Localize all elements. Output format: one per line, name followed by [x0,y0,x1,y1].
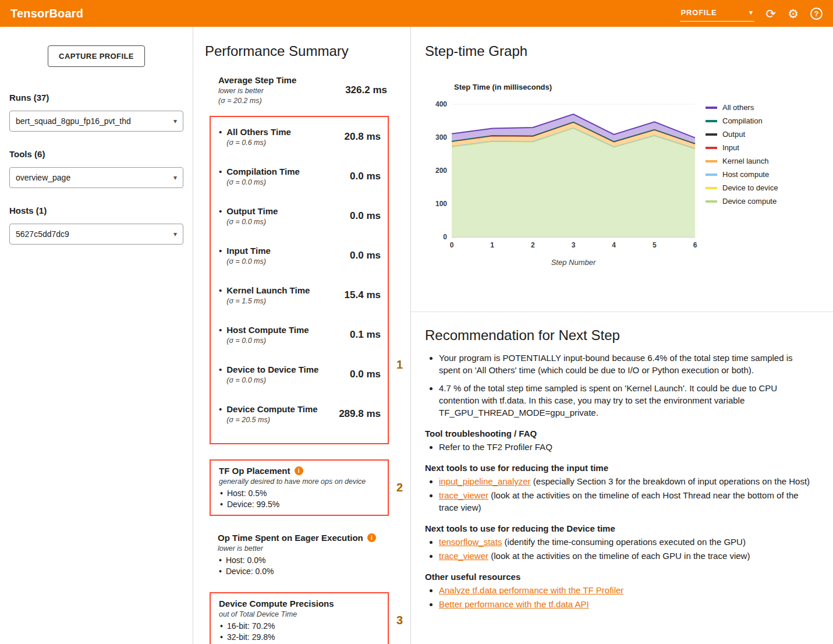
list-item-text: (especially Section 3 for the breakdown … [531,476,810,486]
metric-row: • Input Time (σ = 0.0 ms) 0.0 ms [219,245,381,266]
svg-text:5: 5 [653,241,657,249]
legend-label: All others [722,103,754,112]
bullet-icon: • [219,285,222,296]
legend-swatch-icon [706,174,717,176]
legend-label: Kernel launch [722,157,769,165]
other-resources-heading: Other useful resources [425,572,813,582]
sidebar: CAPTURE PROFILE Runs (37) bert_squad_8gp… [0,27,193,644]
legend-label: Device compute [722,197,777,206]
legend-swatch-icon [706,107,717,109]
metric-sigma: (σ = 0.0 ms) [226,336,350,345]
list-item-text: (identify the time-consuming operations … [502,537,746,547]
metric-title: Host Compute Time [226,324,350,335]
svg-text:1: 1 [490,241,494,249]
recommendation-bullet: 4.7 % of the total step time sampled is … [439,382,813,419]
metric-value: 0.0 ms [350,250,381,261]
main-content: Step-time Graph Step Time (in millisecon… [411,27,833,644]
hosts-select-value: 5627c5dd7dc9 [16,229,69,239]
legend-item: Device to device [706,183,778,192]
legend-swatch-icon [706,187,717,189]
svg-text:2: 2 [531,241,535,249]
metric-row: • Kernel Launch Time (σ = 1.5 ms) 15.4 m… [219,285,381,306]
svg-text:0: 0 [450,241,454,249]
gear-icon[interactable]: ⚙ [788,8,799,20]
metric-title: Input Time [226,245,350,256]
help-icon[interactable]: ? [810,8,823,20]
performance-summary-panel: Performance Summary Average Step Time lo… [193,27,411,644]
legend-item: Input [706,143,778,152]
legend-swatch-icon [706,133,717,136]
annotation-box-3: Device Compute Precisions out of Total D… [210,592,389,644]
list-item: Refer to the TF2 Profiler FAQ [439,441,813,453]
average-step-time-metric: Average Step Time lower is better (σ = 2… [218,75,387,105]
chevron-down-icon: ▾ [173,174,177,182]
bullet-icon: • [219,566,222,577]
tensorflow-stats-link[interactable]: tensorflow_stats [439,537,502,547]
dashboard-selector-dropdown[interactable]: PROFILE ▾ [680,5,754,22]
tools-select[interactable]: overview_page ▾ [9,167,183,188]
metric-sigma: (σ = 20.2 ms) [218,96,296,105]
trace-viewer-link[interactable]: trace_viewer [439,551,488,561]
step-time-graph-section: Step-time Graph Step Time (in millisecon… [411,27,833,312]
metric-value: 20.8 ms [345,131,381,143]
info-icon[interactable]: i [367,533,376,542]
tf-op-placement-title: TF Op Placement [219,465,290,476]
better-tfdata-performance-link[interactable]: Better performance with the tf.data API [439,599,589,609]
list-item: input_pipeline_analyzer (especially Sect… [439,475,813,487]
runs-select[interactable]: bert_squad_8gpu_fp16_pvt_thd ▾ [9,111,183,132]
list-item-text: (look at the activities on the timeline … [488,551,750,561]
bullet-icon: • [220,499,223,510]
info-icon[interactable]: i [295,466,303,475]
metric-row: • All Others Time (σ = 0.6 ms) 20.8 ms [219,126,381,147]
annotation-box-2: TF Op Placement i generally desired to h… [210,459,389,516]
legend-label: Host compute [722,170,769,179]
metric-value: 289.8 ms [339,408,381,420]
list-item: Better performance with the tf.data API [439,598,813,610]
annotation-number-3: 3 [396,614,403,627]
metric-sigma: (σ = 0.0 ms) [226,257,350,266]
svg-text:400: 400 [435,100,447,108]
tools-select-value: overview_page [16,173,70,182]
legend-item: Output [706,130,778,139]
bullet-icon: • [220,488,223,499]
performance-summary-title: Performance Summary [205,43,410,59]
svg-text:100: 100 [435,200,447,208]
svg-text:3: 3 [572,241,576,249]
metric-value: 0.0 ms [350,369,381,380]
bullet-icon: • [219,206,222,217]
legend-swatch-icon [706,120,717,122]
metric-value: 326.2 ms [345,84,387,96]
svg-text:200: 200 [435,167,447,175]
input-pipeline-analyzer-link[interactable]: input_pipeline_analyzer [439,476,531,486]
analyze-tfdata-performance-link[interactable]: Analyze tf.data performance with the TF … [439,585,623,595]
legend-label: Input [722,143,739,152]
hosts-select[interactable]: 5627c5dd7dc9 ▾ [9,224,183,245]
runs-label: Runs (37) [9,93,183,102]
list-item: • 32-bit: 29.8% [219,632,382,643]
runs-select-value: bert_squad_8gpu_fp16_pvt_thd [16,116,131,126]
legend-item: Host compute [706,170,778,179]
chevron-down-icon: ▾ [173,230,177,238]
legend-label: Output [722,130,745,139]
metric-value: 0.1 ms [350,329,381,341]
compute-precisions-title: Device Compute Precisions [219,598,334,609]
svg-text:Step Number: Step Number [551,258,596,267]
metric-row: • Output Time (σ = 0.0 ms) 0.0 ms [219,206,381,227]
device-percentage: Device: 99.5% [227,499,279,510]
host-percentage: Host: 0.0% [226,555,265,566]
bullet-icon: • [219,324,222,335]
legend-label: Compilation [722,116,763,125]
refresh-icon[interactable]: ⟳ [766,8,777,20]
metric-sigma: (σ = 0.0 ms) [226,376,350,385]
metric-value: 15.4 ms [345,289,381,301]
legend-swatch-icon [706,147,717,149]
metric-row: • Device to Device Time (σ = 0.0 ms) 0.0… [219,364,381,385]
legend-swatch-icon [706,200,717,203]
capture-profile-button[interactable]: CAPTURE PROFILE [48,45,145,67]
legend-item: Device compute [706,197,778,206]
trace-viewer-link[interactable]: trace_viewer [439,490,488,500]
metric-value: 0.0 ms [350,171,381,182]
input-time-tools-heading: Next tools to use for reducing the input… [425,463,813,473]
svg-text:6: 6 [693,241,697,249]
bullet-icon: • [219,245,222,256]
